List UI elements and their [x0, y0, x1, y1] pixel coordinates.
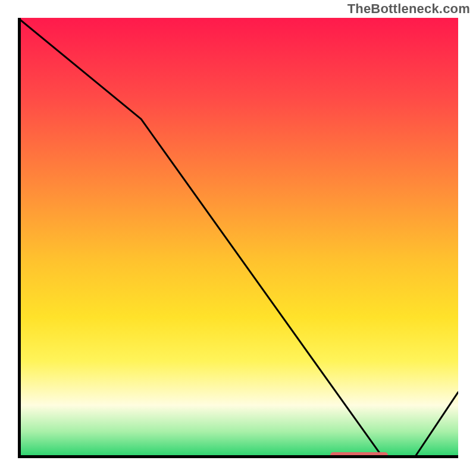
highlight-marker	[330, 452, 387, 458]
chart-plot-area	[18, 18, 458, 458]
chart-background-gradient	[18, 18, 458, 458]
watermark-text: TheBottleneck.com	[347, 1, 470, 17]
